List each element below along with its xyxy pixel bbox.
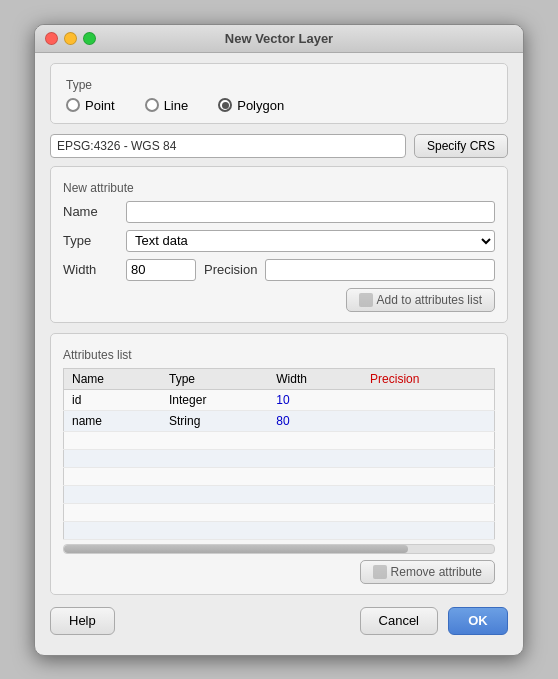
attributes-table: Name Type Width Precision id Integer 10 …	[63, 368, 495, 540]
radio-polygon[interactable]: Polygon	[218, 98, 284, 113]
col-type-header: Type	[161, 368, 268, 389]
crs-field[interactable]	[50, 134, 406, 158]
new-attribute-section: New attribute Name Type Text data Intege…	[50, 166, 508, 323]
add-button-row: Add to attributes list	[63, 288, 495, 312]
help-button[interactable]: Help	[50, 607, 115, 635]
add-icon	[359, 293, 373, 307]
radio-point-label: Point	[85, 98, 115, 113]
name-input[interactable]	[126, 201, 495, 223]
row-precision	[362, 389, 494, 410]
table-row[interactable]: id Integer 10	[64, 389, 495, 410]
window-title: New Vector Layer	[225, 31, 333, 46]
radio-point-input[interactable]	[66, 98, 80, 112]
name-field-label: Name	[63, 204, 118, 219]
table-row-empty	[64, 431, 495, 449]
row-precision	[362, 410, 494, 431]
radio-line[interactable]: Line	[145, 98, 189, 113]
ok-button[interactable]: OK	[448, 607, 508, 635]
close-button[interactable]	[45, 32, 58, 45]
radio-line-label: Line	[164, 98, 189, 113]
col-name-header: Name	[64, 368, 162, 389]
type-field-label: Type	[63, 233, 118, 248]
table-row-empty	[64, 449, 495, 467]
crs-row: Specify CRS	[50, 134, 508, 158]
cancel-button[interactable]: Cancel	[360, 607, 438, 635]
add-button-label: Add to attributes list	[377, 293, 482, 307]
title-bar: New Vector Layer	[35, 25, 523, 53]
col-precision-header: Precision	[362, 368, 494, 389]
row-type: String	[161, 410, 268, 431]
col-width-header: Width	[268, 368, 362, 389]
name-row: Name	[63, 201, 495, 223]
type-row: Type Text data Integer Decimal Date	[63, 230, 495, 252]
type-select[interactable]: Text data Integer Decimal Date	[126, 230, 495, 252]
maximize-button[interactable]	[83, 32, 96, 45]
table-row-empty	[64, 521, 495, 539]
type-label: Type	[66, 78, 492, 92]
radio-polygon-label: Polygon	[237, 98, 284, 113]
remove-icon	[373, 565, 387, 579]
row-type: Integer	[161, 389, 268, 410]
precision-input[interactable]	[265, 259, 495, 281]
table-row-empty	[64, 467, 495, 485]
attributes-list-label: Attributes list	[63, 348, 495, 362]
new-attribute-label: New attribute	[63, 181, 495, 195]
table-row[interactable]: name String 80	[64, 410, 495, 431]
window-body: Type Point Line Polygon Specify CRS	[35, 53, 523, 655]
row-name: id	[64, 389, 162, 410]
dialog-window: New Vector Layer Type Point Line Polygon	[34, 24, 524, 656]
table-row-empty	[64, 503, 495, 521]
type-radio-group: Point Line Polygon	[66, 98, 492, 113]
footer: Help Cancel OK	[50, 607, 508, 640]
attributes-section: Attributes list Name Type Width Precisio…	[50, 333, 508, 595]
type-section: Type Point Line Polygon	[50, 63, 508, 124]
remove-attribute-button[interactable]: Remove attribute	[360, 560, 495, 584]
specify-crs-button[interactable]: Specify CRS	[414, 134, 508, 158]
width-field-label: Width	[63, 262, 118, 277]
radio-line-input[interactable]	[145, 98, 159, 112]
width-input[interactable]	[126, 259, 196, 281]
horizontal-scrollbar[interactable]	[63, 544, 495, 554]
remove-button-row: Remove attribute	[63, 560, 495, 584]
add-to-attributes-button[interactable]: Add to attributes list	[346, 288, 495, 312]
radio-point[interactable]: Point	[66, 98, 115, 113]
scrollbar-thumb[interactable]	[64, 545, 408, 553]
precision-field-label: Precision	[204, 262, 257, 277]
radio-polygon-input[interactable]	[218, 98, 232, 112]
row-name: name	[64, 410, 162, 431]
minimize-button[interactable]	[64, 32, 77, 45]
row-width: 80	[268, 410, 362, 431]
window-controls	[45, 32, 96, 45]
table-row-empty	[64, 485, 495, 503]
width-precision-row: Width Precision	[63, 259, 495, 281]
row-width: 10	[268, 389, 362, 410]
remove-button-label: Remove attribute	[391, 565, 482, 579]
